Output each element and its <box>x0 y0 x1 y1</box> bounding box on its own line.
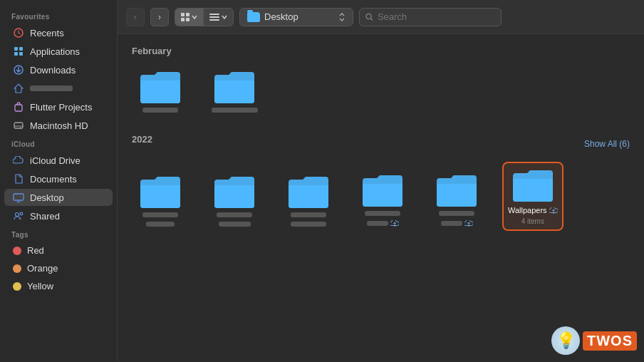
sidebar-item-icloud-drive[interactable]: iCloud Drive <box>4 152 113 169</box>
sidebar-tag-orange[interactable]: Orange <box>4 260 113 276</box>
view-toggle-group <box>175 8 234 26</box>
folder-feb-2[interactable] <box>206 65 263 117</box>
list-view-button[interactable] <box>204 9 233 26</box>
sidebar-tag-yellow[interactable]: Yellow <box>4 278 113 294</box>
svg-rect-17 <box>181 13 185 16</box>
sidebar-item-documents[interactable]: Documents <box>4 170 113 187</box>
home-icon <box>13 83 24 94</box>
svg-rect-23 <box>209 19 219 21</box>
sidebar-downloads-label: Downloads <box>30 65 76 76</box>
folder-feb-1-icon <box>139 69 182 105</box>
folder-2022-5-name-bar <box>439 211 474 216</box>
sidebar-item-downloads[interactable]: Downloads <box>4 61 113 78</box>
sidebar-tag-orange-label: Orange <box>27 263 58 274</box>
red-tag-dot <box>13 247 21 255</box>
svg-rect-4 <box>19 52 23 56</box>
folder-wallpapers-subtitle: 4 items <box>521 217 544 225</box>
location-label: Desktop <box>264 11 298 22</box>
app-icon <box>13 46 24 57</box>
sidebar-item-desktop[interactable]: Desktop <box>4 189 113 206</box>
icloud-upload-icon-4 <box>390 220 399 227</box>
folder-2022-5-icon <box>435 172 478 208</box>
chevron-down-icon2 <box>222 14 227 21</box>
sidebar-item-macintosh[interactable]: Macintosh HD <box>4 117 113 134</box>
sidebar-item-flutter[interactable]: Flutter Projects <box>4 98 113 115</box>
home-placeholder-bar <box>30 86 73 91</box>
list-icon <box>209 14 219 21</box>
folder-2022-5[interactable] <box>428 168 485 231</box>
grid-icon <box>181 13 189 21</box>
folder-wallpapers[interactable]: Wallpapers 4 items <box>502 162 564 231</box>
sidebar-shared-label: Shared <box>30 211 60 222</box>
show-all-button[interactable]: Show All (6) <box>584 139 630 149</box>
svg-rect-20 <box>186 18 189 21</box>
search-bar[interactable] <box>359 8 502 26</box>
sidebar-item-shared[interactable]: Shared <box>4 207 113 224</box>
folder-wallpapers-name: Wallpapers <box>508 206 547 214</box>
main-area: ‹ › <box>118 0 644 362</box>
svg-point-15 <box>16 213 19 217</box>
folder-2022-3-sub-bar <box>291 222 326 227</box>
folder-2022-2[interactable] <box>206 170 263 231</box>
folder-wallpapers-icon <box>511 167 554 203</box>
sidebar: Favourites Recents Applications <box>0 0 118 362</box>
search-input[interactable] <box>378 11 495 22</box>
sidebar-desktop-label: Desktop <box>30 192 64 203</box>
folder-2022-4-name-bar <box>365 211 400 216</box>
sidebar-item-home[interactable] <box>4 80 113 97</box>
2022-section-header: 2022 Show All (6) <box>132 134 630 153</box>
shared-icon <box>13 210 24 222</box>
folder-2022-5-sub-bar <box>441 221 462 226</box>
drive-icon <box>13 120 24 131</box>
watermark-bulb: 💡 <box>551 326 580 355</box>
folder-2022-3-icon <box>287 174 330 210</box>
svg-point-11 <box>20 127 21 128</box>
sidebar-flutter-label: Flutter Projects <box>30 102 92 113</box>
icon-view-button[interactable] <box>175 9 204 26</box>
favourites-section-label: Favourites <box>0 7 117 24</box>
folder-2022-1-sub-bar <box>146 222 175 227</box>
sidebar-tag-yellow-label: Yellow <box>27 281 53 291</box>
icloud-upload-icon-wallpapers <box>549 207 558 214</box>
folder-feb-2-name-bar <box>212 108 258 113</box>
sidebar-item-recents[interactable]: Recents <box>4 24 113 41</box>
cloud-icon <box>13 155 24 166</box>
sidebar-tag-red-label: Red <box>27 245 44 256</box>
bag-icon <box>13 101 24 113</box>
sidebar-item-applications[interactable]: Applications <box>4 43 113 60</box>
sidebar-tag-red[interactable]: Red <box>4 242 113 259</box>
folder-2022-1[interactable] <box>132 170 189 231</box>
svg-rect-21 <box>209 14 219 15</box>
forward-button[interactable]: › <box>150 8 169 26</box>
folder-2022-1-icon <box>139 174 182 210</box>
february-section: February <box>132 46 630 117</box>
2022-label: 2022 <box>132 134 152 145</box>
tags-section-label: Tags <box>0 225 117 242</box>
back-button[interactable]: ‹ <box>126 8 145 26</box>
folder-2022-3[interactable] <box>280 170 337 231</box>
location-arrows-icon <box>338 13 346 21</box>
search-icon <box>365 13 373 21</box>
svg-rect-9 <box>14 123 23 128</box>
watermark-text: TWOS <box>583 331 637 351</box>
2022-section: 2022 Show All (6) <box>132 134 630 231</box>
sidebar-recents-label: Recents <box>30 28 64 38</box>
yellow-tag-dot <box>13 282 21 291</box>
folder-feb-1[interactable] <box>132 65 189 117</box>
clock-icon <box>13 27 24 38</box>
forward-chevron-icon: › <box>158 12 161 22</box>
back-chevron-icon: ‹ <box>134 12 137 22</box>
folder-2022-4[interactable] <box>354 168 411 231</box>
folder-2022-1-name-bar <box>142 212 178 217</box>
folder-2022-3-name-bar <box>291 212 326 217</box>
svg-rect-3 <box>14 52 18 56</box>
icloud-section-label: iCloud <box>0 135 117 151</box>
svg-point-24 <box>366 14 371 19</box>
sidebar-macintosh-label: Macintosh HD <box>30 120 88 131</box>
folder-2022-2-icon <box>213 174 256 210</box>
folder-2022-4-sub-bar <box>367 221 388 226</box>
sidebar-applications-label: Applications <box>30 46 80 57</box>
location-picker[interactable]: Desktop <box>239 8 353 26</box>
svg-rect-1 <box>14 47 18 51</box>
folder-2022-2-name-bar <box>217 212 252 217</box>
